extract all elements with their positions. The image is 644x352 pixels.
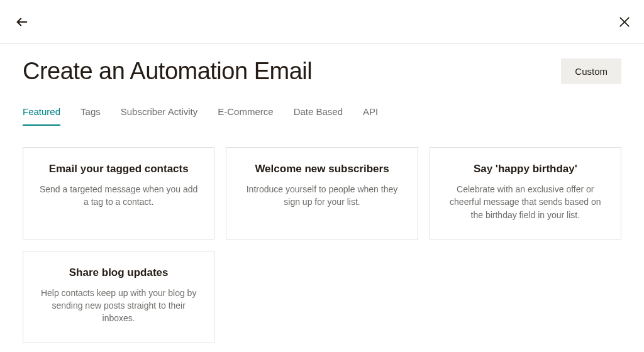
tab-e-commerce[interactable]: E-Commerce xyxy=(218,106,273,126)
tab-featured[interactable]: Featured xyxy=(23,106,60,126)
tab-api[interactable]: API xyxy=(363,106,378,126)
card-title: Email your tagged contacts xyxy=(49,163,189,175)
card-description: Help contacts keep up with your blog by … xyxy=(37,287,200,325)
page-title: Create an Automation Email xyxy=(23,58,312,85)
card-grid: Email your tagged contacts Send a target… xyxy=(23,147,621,343)
tab-tags[interactable]: Tags xyxy=(80,106,101,126)
card-title: Say 'happy birthday' xyxy=(474,163,577,175)
card-title: Share blog updates xyxy=(69,267,169,279)
card-description: Celebrate with an exclusive offer or che… xyxy=(444,183,607,221)
title-row: Create an Automation Email Custom xyxy=(23,58,621,85)
close-button[interactable] xyxy=(616,14,633,30)
tabs: Featured Tags Subscriber Activity E-Comm… xyxy=(23,106,621,126)
card-email-tagged-contacts[interactable]: Email your tagged contacts Send a target… xyxy=(23,147,214,239)
card-share-blog-updates[interactable]: Share blog updates Help contacts keep up… xyxy=(23,251,214,343)
custom-button[interactable]: Custom xyxy=(561,58,621,84)
content: Create an Automation Email Custom Featur… xyxy=(0,44,644,343)
back-button[interactable] xyxy=(14,14,30,30)
card-welcome-new-subscribers[interactable]: Welcome new subscribers Introduce yourse… xyxy=(226,147,418,239)
card-description: Send a targeted message when you add a t… xyxy=(37,183,200,209)
close-icon xyxy=(618,16,631,28)
tab-date-based[interactable]: Date Based xyxy=(294,106,343,126)
card-description: Introduce yourself to people when they s… xyxy=(240,183,403,209)
card-title: Welcome new subscribers xyxy=(255,163,389,175)
card-say-happy-birthday[interactable]: Say 'happy birthday' Celebrate with an e… xyxy=(430,147,621,239)
tab-subscriber-activity[interactable]: Subscriber Activity xyxy=(121,106,198,126)
top-bar xyxy=(0,0,644,44)
arrow-left-icon xyxy=(15,15,29,29)
